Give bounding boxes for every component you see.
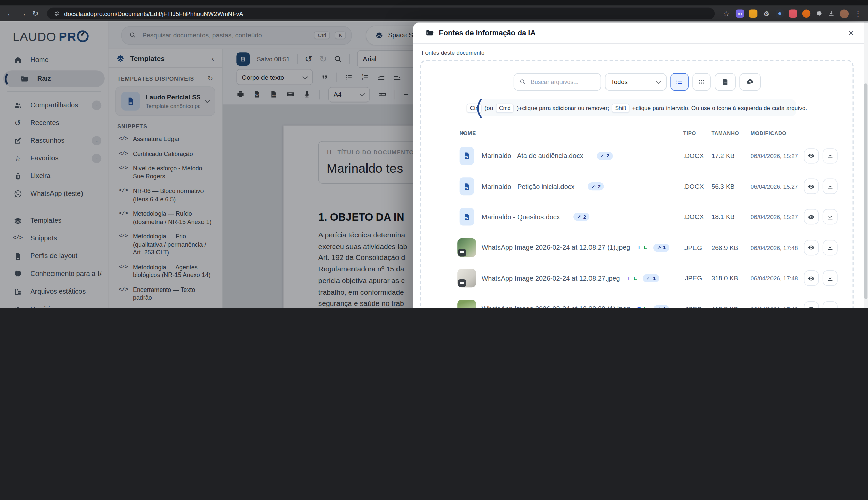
file-tags: TL (627, 275, 637, 281)
file-size: 318.0 KB (711, 274, 738, 282)
file-row[interactable]: W Marinaldo - Petição inicial.docx 2 .DO… (421, 171, 853, 202)
tag-l: L (644, 306, 647, 308)
svg-text:W: W (465, 155, 468, 158)
extension-icon[interactable] (749, 10, 757, 18)
extensions-puzzle-icon[interactable] (815, 10, 823, 17)
tag-t: T (637, 245, 640, 250)
preview-file-button[interactable] (804, 271, 819, 286)
download-file-button[interactable] (823, 148, 838, 163)
download-file-button[interactable] (823, 240, 838, 255)
url-bar[interactable]: docs.laudopro.com/Documents/Edit/jFTfJ5F… (47, 8, 715, 20)
close-icon[interactable]: × (848, 29, 854, 37)
file-name: Marinaldo - Quesitos.docx (482, 213, 560, 221)
ai-usage-badge: 2 (573, 213, 589, 221)
extension-icon[interactable] (776, 10, 784, 18)
file-icon[interactable]: W (456, 208, 478, 226)
file-type-filter-value: Todos (611, 79, 628, 85)
search-icon (519, 79, 525, 85)
column-modified[interactable]: MODIFICADO (751, 130, 787, 136)
page-scrollbar[interactable] (864, 23, 868, 308)
file-size: 413.8 KB (711, 305, 738, 308)
file-search-input[interactable] (530, 78, 595, 86)
downloads-icon[interactable] (827, 10, 835, 17)
file-search[interactable] (513, 73, 601, 91)
screen: ← → ↻ docs.laudopro.com/Documents/Edit/j… (0, 0, 868, 308)
preview-file-button[interactable] (804, 209, 819, 225)
browser-profile-avatar[interactable] (840, 9, 848, 18)
sources-dropzone: Todos ( Ctrl (ou Cmd )+clique para adici… (420, 60, 853, 308)
preview-file-button[interactable] (804, 148, 819, 163)
file-thumbnail (457, 299, 476, 308)
ai-usage-badge: 1 (653, 305, 669, 308)
file-icon[interactable]: W (456, 178, 478, 195)
preview-file-button[interactable] (804, 179, 819, 194)
file-icon[interactable]: W (456, 147, 478, 164)
selection-hint: ( Ctrl (ou Cmd )+clique para adicionar o… (478, 100, 796, 116)
svg-text:W: W (465, 185, 468, 189)
file-name: Marinaldo - Ata de audiência.docx (482, 152, 583, 160)
word-file-icon: W (459, 178, 474, 195)
preview-file-button[interactable] (804, 301, 819, 308)
file-name: WhatsApp Image 2026-02-24 at 12.08.28 (1… (482, 305, 630, 308)
tag-t: T (627, 275, 630, 281)
list-view-button[interactable] (670, 73, 689, 91)
file-row[interactable]: W Marinaldo - Quesitos.docx 2 .DOCX 18.1… (421, 202, 853, 232)
file-type: .DOCX (683, 213, 704, 221)
column-type[interactable]: TIPO (683, 130, 696, 136)
add-file-button[interactable] (714, 73, 735, 91)
file-row[interactable]: WhatsApp Image 2026-02-24 at 12.08.28 (1… (421, 294, 853, 308)
file-icon[interactable] (456, 299, 478, 308)
browser-reload-icon[interactable]: ↻ (31, 10, 40, 17)
file-size: 56.3 KB (711, 183, 734, 190)
file-name: WhatsApp Image 2026-02-24 at 12.08.27.jp… (482, 274, 620, 282)
file-name: Marinaldo - Petição inicial.docx (482, 183, 575, 190)
file-row[interactable]: WhatsApp Image 2026-02-24 at 12.08.27.jp… (421, 263, 853, 294)
file-row[interactable]: W Marinaldo - Ata de audiência.docx 2 .D… (421, 140, 853, 171)
browser-back-icon[interactable]: ← (5, 10, 14, 17)
tag-t: T (637, 306, 640, 308)
upload-cloud-button[interactable] (739, 73, 760, 91)
site-settings-icon[interactable] (54, 11, 60, 17)
word-file-icon: W (459, 147, 474, 164)
url-text: docs.laudopro.com/Documents/Edit/jFTfJ5F… (64, 10, 243, 17)
file-type: .DOCX (683, 152, 704, 160)
extension-icon[interactable]: ⚙ (762, 10, 770, 18)
extension-icon[interactable] (802, 10, 810, 18)
sort-asc-icon: ▲ (461, 130, 466, 134)
word-file-icon: W (459, 208, 474, 226)
download-file-button[interactable] (823, 301, 838, 308)
file-size: 18.1 KB (711, 213, 734, 221)
file-modified: 06/04/2026, 15:27 (751, 183, 798, 190)
cmd-key: Cmd (496, 103, 514, 113)
extension-icon[interactable] (789, 10, 797, 18)
scrollbar-thumb[interactable] (864, 83, 868, 299)
download-file-button[interactable] (823, 271, 838, 286)
file-table-header: NOME▲ TIPO TAMANHO MODIFICADO (421, 130, 853, 138)
hint-accent: ( (476, 96, 483, 119)
file-row[interactable]: WhatsApp Image 2026-02-24 at 12.08.27 (1… (421, 232, 853, 263)
download-file-button[interactable] (823, 179, 838, 194)
modal-section-label: Fontes deste documento (422, 50, 854, 56)
file-modified: 06/04/2026, 17:48 (751, 306, 798, 308)
browser-forward-icon[interactable]: → (19, 10, 27, 17)
file-type: .JPEG (683, 274, 702, 282)
file-type: .DOCX (683, 183, 704, 190)
preview-file-button[interactable] (804, 240, 819, 255)
bookmark-star-icon[interactable]: ☆ (722, 10, 731, 17)
file-icon[interactable] (456, 238, 478, 257)
file-modified: 06/04/2026, 17:48 (751, 275, 798, 281)
download-file-button[interactable] (823, 209, 838, 225)
file-type: .JPEG (683, 305, 702, 308)
grid-view-button[interactable] (692, 73, 711, 91)
ai-usage-badge: 2 (597, 151, 613, 160)
file-tags: TL (637, 245, 647, 250)
monitor-overlay-icon (458, 249, 466, 257)
file-type-filter-select[interactable]: Todos (605, 73, 666, 91)
tag-l: L (644, 245, 647, 250)
extension-icon[interactable]: m (736, 10, 744, 18)
browser-menu-icon[interactable]: ⋮ (854, 10, 863, 17)
file-thumbnail (457, 269, 476, 288)
file-icon[interactable] (456, 269, 478, 288)
column-size[interactable]: TAMANHO (711, 130, 739, 136)
file-name: WhatsApp Image 2026-02-24 at 12.08.27 (1… (482, 244, 630, 252)
